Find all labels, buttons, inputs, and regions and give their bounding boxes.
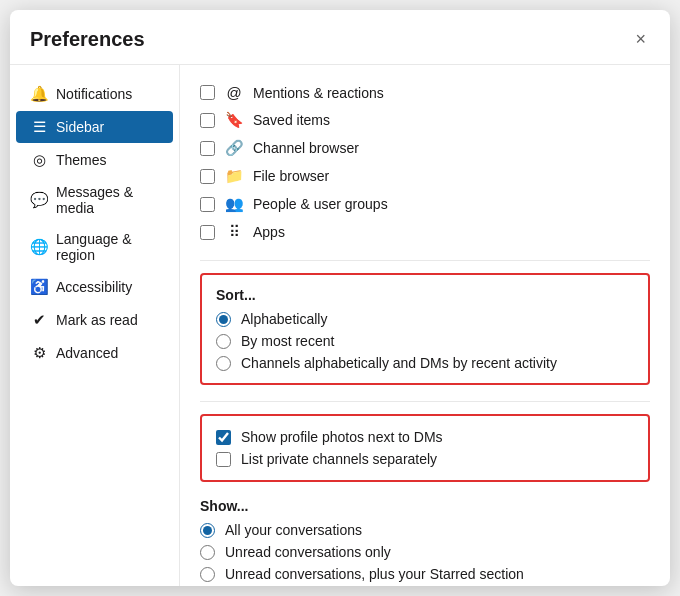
accessibility-icon: ♿ [30, 278, 48, 296]
preferences-nav: 🔔 Notifications ☰ Sidebar ◎ Themes 💬 Mes… [10, 65, 180, 586]
nav-label-themes: Themes [56, 152, 107, 168]
nav-label-messages: Messages & media [56, 184, 159, 216]
checkbox-channel-browser[interactable] [200, 141, 215, 156]
checkbox-file-browser[interactable] [200, 169, 215, 184]
sidebar-item-mark-read[interactable]: ✔ Mark as read [16, 304, 173, 336]
checkbox-row-file-browser: 📁 File browser [200, 164, 650, 188]
checkbox-row-channel-browser: 🔗 Channel browser [200, 136, 650, 160]
radio-row-unread-only: Unread conversations only [200, 544, 650, 560]
saved-icon: 🔖 [225, 111, 243, 129]
show-label: Show... [200, 498, 650, 514]
preferences-modal: Preferences × 🔔 Notifications ☰ Sidebar … [10, 10, 670, 586]
checkbox-row-people: 👥 People & user groups [200, 192, 650, 216]
radio-row-unread-starred: Unread conversations, plus your Starred … [200, 566, 650, 582]
main-content: @ Mentions & reactions 🔖 Saved items 🔗 C… [180, 65, 670, 586]
mentions-icon: @ [225, 84, 243, 101]
show-options: All your conversations Unread conversati… [200, 522, 650, 582]
checkbox-row-saved: 🔖 Saved items [200, 108, 650, 132]
sort-options: Alphabetically By most recent Channels a… [216, 311, 634, 371]
people-icon: 👥 [225, 195, 243, 213]
radio-label-all-conversations: All your conversations [225, 522, 362, 538]
checkbox-label-apps: Apps [253, 224, 285, 240]
divider-2 [200, 401, 650, 402]
radio-label-channels-alpha: Channels alphabetically and DMs by recen… [241, 355, 557, 371]
radio-row-most-recent: By most recent [216, 333, 634, 349]
notifications-icon: 🔔 [30, 85, 48, 103]
radio-label-unread-starred: Unread conversations, plus your Starred … [225, 566, 524, 582]
checkbox-row-mentions: @ Mentions & reactions [200, 81, 650, 104]
nav-label-notifications: Notifications [56, 86, 132, 102]
show-section: Show... All your conversations Unread co… [200, 498, 650, 582]
checkbox-row-profile-photos: Show profile photos next to DMs [216, 426, 634, 448]
checkbox-label-channel-browser: Channel browser [253, 140, 359, 156]
checkbox-label-profile-photos: Show profile photos next to DMs [241, 429, 443, 445]
apps-icon: ⠿ [225, 223, 243, 241]
radio-unread-only[interactable] [200, 545, 215, 560]
sidebar-item-sidebar[interactable]: ☰ Sidebar [16, 111, 173, 143]
checkbox-label-file-browser: File browser [253, 168, 329, 184]
modal-title: Preferences [30, 28, 145, 51]
checkbox-label-mentions: Mentions & reactions [253, 85, 384, 101]
checkbox-label-list-private: List private channels separately [241, 451, 437, 467]
messages-icon: 💬 [30, 191, 48, 209]
radio-label-most-recent: By most recent [241, 333, 334, 349]
checkbox-list-private[interactable] [216, 452, 231, 467]
sort-section: Sort... Alphabetically By most recent Ch… [200, 273, 650, 385]
radio-label-unread-only: Unread conversations only [225, 544, 391, 560]
checkbox-saved[interactable] [200, 113, 215, 128]
checkbox-label-people: People & user groups [253, 196, 388, 212]
themes-icon: ◎ [30, 151, 48, 169]
sort-label: Sort... [216, 287, 634, 303]
checkbox-row-apps: ⠿ Apps [200, 220, 650, 244]
nav-label-language: Language & region [56, 231, 159, 263]
checkbox-mentions[interactable] [200, 85, 215, 100]
sidebar-icon: ☰ [30, 118, 48, 136]
radio-most-recent[interactable] [216, 334, 231, 349]
sidebar-items-list: @ Mentions & reactions 🔖 Saved items 🔗 C… [200, 81, 650, 244]
mark-read-icon: ✔ [30, 311, 48, 329]
sidebar-item-messages-media[interactable]: 💬 Messages & media [16, 177, 173, 223]
radio-label-alphabetically: Alphabetically [241, 311, 327, 327]
nav-label-advanced: Advanced [56, 345, 118, 361]
radio-channels-alpha[interactable] [216, 356, 231, 371]
checkbox-row-list-private: List private channels separately [216, 448, 634, 470]
advanced-icon: ⚙ [30, 344, 48, 362]
checkbox-people[interactable] [200, 197, 215, 212]
nav-label-sidebar: Sidebar [56, 119, 104, 135]
radio-all-conversations[interactable] [200, 523, 215, 538]
language-icon: 🌐 [30, 238, 48, 256]
radio-row-alphabetically: Alphabetically [216, 311, 634, 327]
modal-header: Preferences × [10, 10, 670, 65]
radio-unread-starred[interactable] [200, 567, 215, 582]
checkbox-label-saved: Saved items [253, 112, 330, 128]
sidebar-item-advanced[interactable]: ⚙ Advanced [16, 337, 173, 369]
file-browser-icon: 📁 [225, 167, 243, 185]
sidebar-item-language-region[interactable]: 🌐 Language & region [16, 224, 173, 270]
radio-row-channels-alpha: Channels alphabetically and DMs by recen… [216, 355, 634, 371]
sidebar-item-notifications[interactable]: 🔔 Notifications [16, 78, 173, 110]
sidebar-item-accessibility[interactable]: ♿ Accessibility [16, 271, 173, 303]
radio-row-all-conversations: All your conversations [200, 522, 650, 538]
sidebar-item-themes[interactable]: ◎ Themes [16, 144, 173, 176]
divider-1 [200, 260, 650, 261]
checkbox-profile-photos[interactable] [216, 430, 231, 445]
channel-browser-icon: 🔗 [225, 139, 243, 157]
modal-body: 🔔 Notifications ☰ Sidebar ◎ Themes 💬 Mes… [10, 65, 670, 586]
nav-label-mark-read: Mark as read [56, 312, 138, 328]
profile-section: Show profile photos next to DMs List pri… [200, 414, 650, 482]
nav-label-accessibility: Accessibility [56, 279, 132, 295]
radio-alphabetically[interactable] [216, 312, 231, 327]
close-button[interactable]: × [631, 26, 650, 52]
checkbox-apps[interactable] [200, 225, 215, 240]
